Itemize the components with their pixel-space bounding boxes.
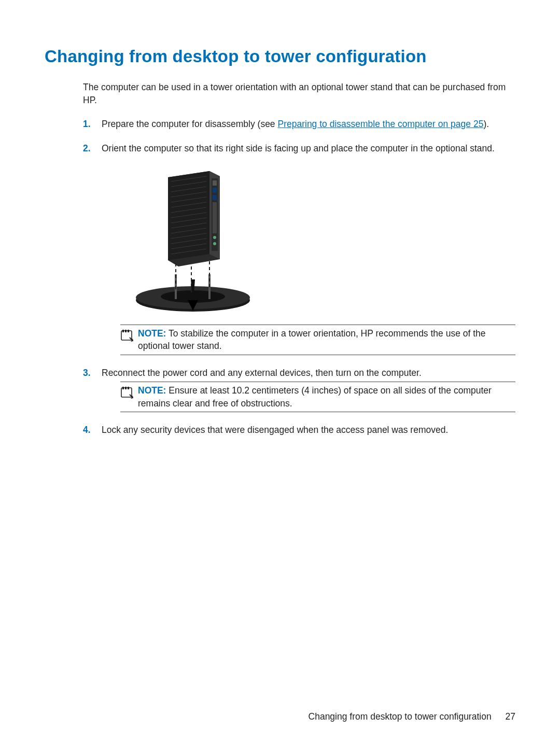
xref-preparing-disassemble[interactable]: Preparing to disassemble the computer on… xyxy=(277,119,483,129)
step-1-text-before: Prepare the computer for disassembly (se… xyxy=(102,119,277,129)
step-1-text-after: ). xyxy=(483,119,489,129)
step-2-text: Orient the computer so that its right si… xyxy=(102,143,495,153)
note-label: NOTE: xyxy=(138,385,166,396)
svg-rect-41 xyxy=(122,387,124,389)
step-number: 1. xyxy=(83,118,91,131)
svg-rect-43 xyxy=(128,387,129,389)
page-number: 27 xyxy=(506,711,515,722)
svg-rect-38 xyxy=(128,330,129,332)
note-stabilize: NOTE: To stabilize the computer in a tow… xyxy=(120,325,515,355)
svg-rect-14 xyxy=(213,202,217,233)
svg-rect-42 xyxy=(125,387,127,389)
step-number: 2. xyxy=(83,142,91,155)
svg-rect-37 xyxy=(125,330,127,332)
svg-marker-9 xyxy=(168,171,209,260)
note-clearance: NOTE: Ensure at least 10.2 centimeters (… xyxy=(120,382,515,412)
note-icon xyxy=(120,386,134,400)
step-4: 4. Lock any security devices that were d… xyxy=(83,424,515,437)
svg-point-15 xyxy=(213,236,216,239)
svg-rect-12 xyxy=(213,188,217,193)
footer-title: Changing from desktop to tower configura… xyxy=(309,711,492,722)
step-1: 1. Prepare the computer for disassembly … xyxy=(83,118,515,131)
step-3: 3. Reconnect the power cord and any exte… xyxy=(83,367,515,412)
step-list: 1. Prepare the computer for disassembly … xyxy=(83,118,515,437)
page-heading: Changing from desktop to tower configura… xyxy=(45,47,515,66)
svg-rect-13 xyxy=(213,195,217,200)
step-3-text: Reconnect the power cord and any externa… xyxy=(102,368,422,378)
step-number: 3. xyxy=(83,367,91,379)
tower-stand-illustration xyxy=(120,168,265,313)
figure-tower-stand xyxy=(120,168,265,313)
note-clearance-text: Ensure at least 10.2 centimeters (4 inch… xyxy=(138,385,492,409)
step-number: 4. xyxy=(83,424,91,437)
intro-paragraph: The computer can be used in a tower orie… xyxy=(83,81,515,106)
svg-rect-36 xyxy=(122,330,124,332)
svg-rect-11 xyxy=(213,180,217,186)
note-label: NOTE: xyxy=(138,328,166,339)
note-icon xyxy=(120,329,134,343)
step-4-text: Lock any security devices that were dise… xyxy=(102,425,448,435)
note-stabilize-text: To stabilize the computer in a tower ori… xyxy=(138,328,486,352)
step-2: 2. Orient the computer so that its right… xyxy=(83,142,515,355)
page-footer: Changing from desktop to tower configura… xyxy=(309,711,515,722)
svg-point-16 xyxy=(213,242,216,245)
